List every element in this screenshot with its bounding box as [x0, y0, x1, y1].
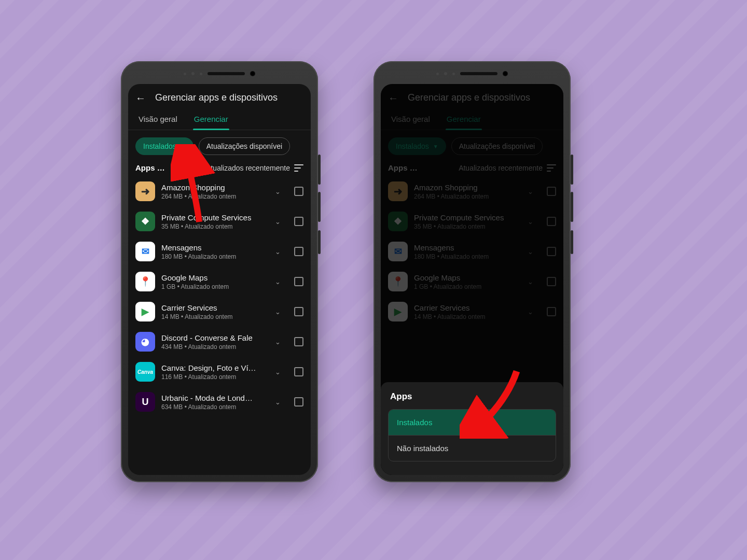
- option-not-installed[interactable]: Não instalados: [389, 435, 556, 461]
- checkbox[interactable]: [294, 367, 303, 376]
- chevron-down-icon[interactable]: ⌄: [273, 246, 283, 258]
- side-button: [318, 155, 321, 185]
- app-row[interactable]: ❖ Private Compute Services 35 MB • Atual…: [128, 206, 311, 236]
- app-row[interactable]: ◕ Discord - Converse & Fale 434 MB • Atu…: [128, 327, 311, 357]
- chevron-down-icon[interactable]: ⌄: [273, 336, 283, 348]
- app-meta: Amazon Shopping 264 MB • Atualizado onte…: [161, 183, 267, 200]
- side-button: [318, 192, 321, 222]
- phone-notch: [121, 66, 318, 81]
- side-button: [571, 155, 573, 185]
- app-subtext: 116 MB • Atualizado ontem: [161, 373, 267, 381]
- app-icon: ❖: [135, 212, 155, 231]
- side-button: [571, 230, 573, 254]
- app-subtext: 1 GB • Atualizado ontem: [161, 283, 267, 290]
- app-icon: ➜: [135, 181, 155, 201]
- side-button: [571, 192, 573, 222]
- bottom-sheet-apps-filter: Apps Instalados Não instalados: [381, 382, 563, 475]
- screen-left: ← Gerenciar apps e dispositivos Visão ge…: [128, 84, 311, 475]
- app-list[interactable]: ➜ Amazon Shopping 264 MB • Atualizado on…: [128, 175, 311, 417]
- app-icon: 📍: [135, 272, 155, 291]
- app-name: Google Maps: [161, 273, 267, 282]
- app-icon: ▶: [135, 302, 155, 321]
- phone-mock-right: ← Gerenciar apps e dispositivos Visão ge…: [374, 61, 571, 482]
- app-subtext: 434 MB • Atualizado ontem: [161, 343, 267, 351]
- screen-right: ← Gerenciar apps e dispositivos Visão ge…: [381, 84, 563, 475]
- app-row[interactable]: ▶ Carrier Services 14 MB • Atualizado on…: [128, 297, 311, 327]
- app-name: Carrier Services: [161, 303, 267, 312]
- checkbox[interactable]: [294, 307, 303, 316]
- checkbox[interactable]: [294, 397, 303, 407]
- tab-manage[interactable]: Gerenciar: [193, 109, 229, 130]
- option-installed[interactable]: Instalados: [389, 410, 556, 435]
- app-name: Discord - Converse & Fale: [161, 333, 267, 342]
- app-icon: Canva: [135, 362, 155, 382]
- chevron-down-icon[interactable]: ⌄: [273, 186, 283, 198]
- checkbox[interactable]: [294, 337, 303, 346]
- app-meta: Canva: Design, Foto e Ví… 116 MB • Atual…: [161, 363, 267, 381]
- sort-label[interactable]: Atualizados recentemente: [206, 164, 290, 172]
- app-name: Mensagens: [161, 243, 267, 252]
- tabs: Visão geral Gerenciar: [128, 109, 311, 130]
- checkbox[interactable]: [294, 217, 303, 226]
- sort-icon[interactable]: [294, 164, 303, 172]
- app-subtext: 180 MB • Atualizado ontem: [161, 253, 267, 260]
- app-row[interactable]: Urbanic - Moda de Lond… 634 MB • Atualiz…: [128, 387, 311, 417]
- app-meta: Urbanic - Moda de Lond… 634 MB • Atualiz…: [161, 394, 267, 411]
- header-title: Gerenciar apps e dispositivos: [155, 92, 278, 103]
- side-button: [318, 230, 321, 254]
- app-header: ← Gerenciar apps e dispositivos: [128, 84, 311, 109]
- app-subtext: 35 MB • Atualizado ontem: [161, 223, 267, 230]
- app-meta: Google Maps 1 GB • Atualizado ontem: [161, 273, 267, 290]
- app-meta: Mensagens 180 MB • Atualizado ontem: [161, 243, 267, 260]
- app-meta: Discord - Converse & Fale 434 MB • Atual…: [161, 333, 267, 351]
- caret-down-icon: ▼: [181, 144, 186, 149]
- chevron-down-icon[interactable]: ⌄: [273, 216, 283, 228]
- filter-chips: Instalados ▼ Atualizações disponívei: [128, 130, 311, 159]
- app-name: Urbanic - Moda de Lond…: [161, 394, 267, 402]
- chip-updates-label: Atualizações disponívei: [206, 142, 282, 150]
- phone-mock-left: ← Gerenciar apps e dispositivos Visão ge…: [121, 61, 318, 482]
- app-icon: ✉: [135, 242, 155, 261]
- chevron-down-icon[interactable]: ⌄: [273, 366, 283, 378]
- app-icon: [135, 392, 155, 412]
- tab-overview[interactable]: Visão geral: [137, 109, 178, 130]
- checkbox[interactable]: [294, 187, 303, 196]
- checkbox[interactable]: [294, 247, 303, 256]
- app-subtext: 634 MB • Atualizado ontem: [161, 403, 267, 411]
- app-icon: ◕: [135, 332, 155, 352]
- phone-notch: [374, 66, 571, 81]
- chip-installed-label: Instalados: [143, 142, 176, 150]
- app-name: Amazon Shopping: [161, 183, 267, 192]
- app-meta: Private Compute Services 35 MB • Atualiz…: [161, 213, 267, 230]
- chip-installed[interactable]: Instalados ▼: [135, 137, 193, 155]
- list-header: Apps … Atualizados recentemente: [128, 159, 311, 175]
- app-row[interactable]: Canva Canva: Design, Foto e Ví… 116 MB •…: [128, 357, 311, 387]
- app-name: Private Compute Services: [161, 213, 267, 222]
- app-row[interactable]: ✉ Mensagens 180 MB • Atualizado ontem ⌄: [128, 236, 311, 267]
- bottom-sheet-title: Apps: [390, 391, 554, 402]
- chevron-down-icon[interactable]: ⌄: [273, 276, 283, 288]
- app-meta: Carrier Services 14 MB • Atualizado onte…: [161, 303, 267, 320]
- app-subtext: 14 MB • Atualizado ontem: [161, 313, 267, 320]
- app-row[interactable]: ➜ Amazon Shopping 264 MB • Atualizado on…: [128, 176, 311, 206]
- app-subtext: 264 MB • Atualizado ontem: [161, 193, 267, 200]
- app-row[interactable]: 📍 Google Maps 1 GB • Atualizado ontem ⌄: [128, 267, 311, 297]
- app-name: Canva: Design, Foto e Ví…: [161, 363, 267, 372]
- checkbox[interactable]: [294, 277, 303, 286]
- chevron-down-icon[interactable]: ⌄: [273, 306, 283, 318]
- chevron-down-icon[interactable]: ⌄: [273, 396, 283, 408]
- back-arrow-icon[interactable]: ←: [135, 93, 146, 103]
- apps-section-label: Apps …: [135, 163, 165, 172]
- chip-updates-available[interactable]: Atualizações disponívei: [199, 137, 290, 155]
- filter-option-group: Instalados Não instalados: [388, 409, 556, 461]
